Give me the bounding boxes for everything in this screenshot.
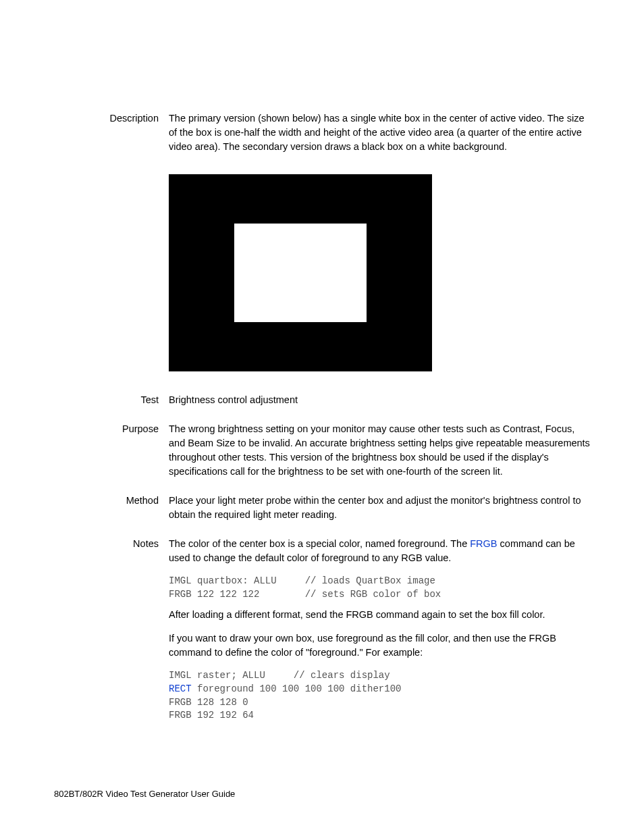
rect-link[interactable]: RECT xyxy=(169,683,192,694)
notes-row: Notes The color of the center box is a s… xyxy=(54,537,590,729)
purpose-text: The wrong brightness setting on your mon… xyxy=(169,422,590,479)
notes-p2: After loading a different format, send t… xyxy=(169,608,590,622)
code2-line3: FRGB 128 128 0 xyxy=(169,697,248,708)
method-label: Method xyxy=(54,494,169,522)
code2-line2-rest: foreground 100 100 100 100 dither100 xyxy=(192,683,402,694)
description-row: Description The primary version (shown b… xyxy=(54,111,590,154)
quartbox-black-bg xyxy=(169,174,432,371)
method-row: Method Place your light meter probe with… xyxy=(54,494,590,522)
page-footer: 802BT/802R Video Test Generator User Gui… xyxy=(54,789,235,799)
method-text: Place your light meter probe within the … xyxy=(169,494,590,522)
notes-p1: The color of the center box is a special… xyxy=(169,537,590,565)
code-block-1: IMGL quartbox: ALLU // loads QuartBox im… xyxy=(169,575,590,601)
test-row: Test Brightness control adjustment xyxy=(54,393,590,407)
purpose-label: Purpose xyxy=(54,422,169,479)
figure-row xyxy=(54,169,590,378)
notes-content: The color of the center box is a special… xyxy=(169,537,590,729)
description-label: Description xyxy=(54,111,169,154)
notes-p1-before: The color of the center box is a special… xyxy=(169,538,470,549)
purpose-row: Purpose The wrong brightness setting on … xyxy=(54,422,590,479)
test-text: Brightness control adjustment xyxy=(169,393,590,407)
description-text: The primary version (shown below) has a … xyxy=(169,111,590,154)
notes-p3: If you want to draw your own box, use fo… xyxy=(169,631,590,660)
code2-line4: FRGB 192 192 64 xyxy=(169,710,254,721)
frgb-link[interactable]: FRGB xyxy=(470,538,497,549)
page-content: Description The primary version (shown b… xyxy=(0,0,644,729)
code-block-2: IMGL raster; ALLU // clears display RECT… xyxy=(169,669,590,722)
quartbox-white-center xyxy=(234,224,367,322)
notes-label: Notes xyxy=(54,537,169,729)
code2-line1: IMGL raster; ALLU // clears display xyxy=(169,670,390,681)
test-label: Test xyxy=(54,393,169,407)
quartbox-figure xyxy=(169,174,590,371)
